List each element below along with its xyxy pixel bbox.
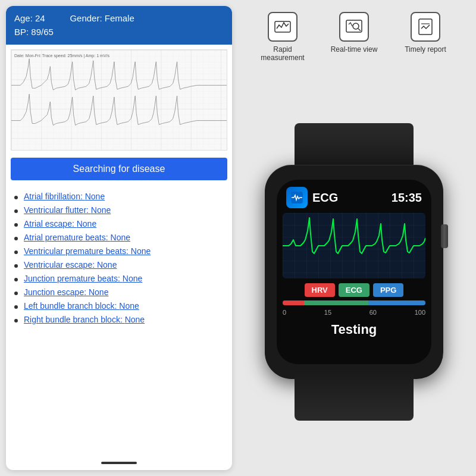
ecg-badge: ECG bbox=[339, 283, 369, 297]
phone-screen: Age: 24 Gender: Female BP: 89/65 bbox=[6, 6, 232, 470]
disease-text: Ventricular escape: None bbox=[24, 260, 117, 270]
list-item: Right bundle branch block: None bbox=[14, 315, 224, 324]
bullet-icon bbox=[14, 264, 18, 268]
disease-text: Atrial premature beats: None bbox=[24, 233, 130, 242]
rapid-measurement-icon bbox=[268, 12, 298, 42]
disease-text: Junction escape: None bbox=[24, 287, 108, 297]
svg-rect-1 bbox=[11, 50, 227, 150]
ecg-app-icon bbox=[286, 187, 308, 208]
list-item: Left bundle branch block: None bbox=[14, 301, 224, 311]
bottom-bar bbox=[101, 462, 137, 464]
label-15: 15 bbox=[324, 309, 331, 316]
bullet-icon bbox=[14, 278, 18, 281]
disease-text: Ventricular premature beats: None bbox=[24, 246, 151, 256]
progress-bar bbox=[283, 300, 425, 305]
bullet-icon bbox=[14, 292, 18, 295]
bullet-icon bbox=[14, 223, 18, 227]
disease-text: Junction premature beats: None bbox=[24, 274, 142, 283]
realtime-view-icon bbox=[339, 12, 369, 42]
timely-label: Timely report bbox=[405, 45, 446, 54]
right-panel: Rapid measurement Real-time view bbox=[232, 0, 476, 476]
watch-crown bbox=[441, 224, 448, 248]
hrv-segment bbox=[283, 300, 304, 305]
list-item: Junction escape: None bbox=[14, 287, 224, 297]
disease-text: Ventricular flutter: None bbox=[24, 205, 111, 215]
age-label: Age: 24 bbox=[14, 13, 45, 23]
feature-realtime: Real-time view bbox=[327, 12, 381, 54]
list-item: Atrial premature beats: None bbox=[14, 233, 224, 242]
svg-rect-3 bbox=[275, 21, 290, 32]
ecg-waveform-display bbox=[283, 213, 425, 278]
gender-label: Gender: Female bbox=[70, 13, 134, 23]
label-60: 60 bbox=[369, 309, 377, 316]
metrics-row: HRV ECG PPG bbox=[277, 278, 431, 298]
list-item: Ventricular premature beats: None bbox=[14, 246, 224, 256]
ecg-chart: Date: Mon-Fri: Trace speed: 25mm/s | Amp… bbox=[11, 49, 227, 151]
search-banner: Searching for disease bbox=[11, 158, 227, 180]
bullet-icon bbox=[14, 237, 18, 240]
list-item: Atrial fibrillation: None bbox=[14, 192, 224, 201]
bullet-icon bbox=[14, 196, 18, 199]
svg-rect-7 bbox=[419, 19, 432, 35]
list-item: Junction premature beats: None bbox=[14, 274, 224, 283]
bp-label: BP: 89/65 bbox=[14, 26, 224, 39]
bullet-icon bbox=[14, 319, 18, 322]
list-item: Ventricular escape: None bbox=[14, 260, 224, 270]
ppg-segment bbox=[368, 300, 425, 305]
hrv-badge: HRV bbox=[305, 283, 335, 297]
bullet-icon bbox=[14, 209, 18, 213]
watch-container: ECG 15:35 bbox=[241, 74, 467, 470]
feature-timely: Timely report bbox=[399, 12, 452, 54]
testing-label: Testing bbox=[277, 317, 431, 340]
patient-info-header: Age: 24 Gender: Female BP: 89/65 bbox=[6, 6, 232, 45]
disease-text: Atrial escape: None bbox=[24, 219, 96, 228]
rapid-label: Rapid measurement bbox=[256, 45, 309, 62]
ppg-badge: PPG bbox=[373, 283, 403, 297]
watch-band-top bbox=[295, 123, 414, 171]
svg-text:Date: Mon-Fri: Trace speed: 25: Date: Mon-Fri: Trace speed: 25mm/s | Amp… bbox=[14, 54, 110, 58]
realtime-label: Real-time view bbox=[331, 45, 378, 54]
disease-text: Right bundle branch block: None bbox=[24, 315, 145, 324]
progress-labels: 0 15 60 100 bbox=[277, 308, 431, 317]
list-item: Atrial escape: None bbox=[14, 219, 224, 228]
watch-screen: ECG 15:35 bbox=[277, 180, 431, 364]
disease-list: Atrial fibrillation: NoneVentricular flu… bbox=[6, 183, 232, 456]
svg-point-5 bbox=[353, 23, 359, 29]
bullet-icon bbox=[14, 250, 18, 254]
disease-text: Atrial fibrillation: None bbox=[24, 192, 105, 201]
watch-time: 15:35 bbox=[392, 191, 422, 205]
timely-report-icon bbox=[411, 12, 440, 42]
list-item: Ventricular flutter: None bbox=[14, 205, 224, 215]
disease-text: Left bundle branch block: None bbox=[24, 301, 139, 311]
watch-header: ECG 15:35 bbox=[277, 180, 431, 213]
bullet-icon bbox=[14, 305, 18, 309]
label-100: 100 bbox=[415, 309, 425, 316]
ecg-segment bbox=[304, 300, 368, 305]
watch-body: ECG 15:35 bbox=[265, 165, 443, 379]
ecg-text: ECG bbox=[312, 191, 392, 205]
watch-band-bottom bbox=[295, 373, 414, 421]
label-0: 0 bbox=[283, 309, 286, 316]
svg-rect-11 bbox=[283, 213, 425, 278]
feature-row: Rapid measurement Real-time view bbox=[241, 6, 467, 74]
svg-line-6 bbox=[358, 29, 361, 31]
feature-rapid: Rapid measurement bbox=[256, 12, 309, 62]
